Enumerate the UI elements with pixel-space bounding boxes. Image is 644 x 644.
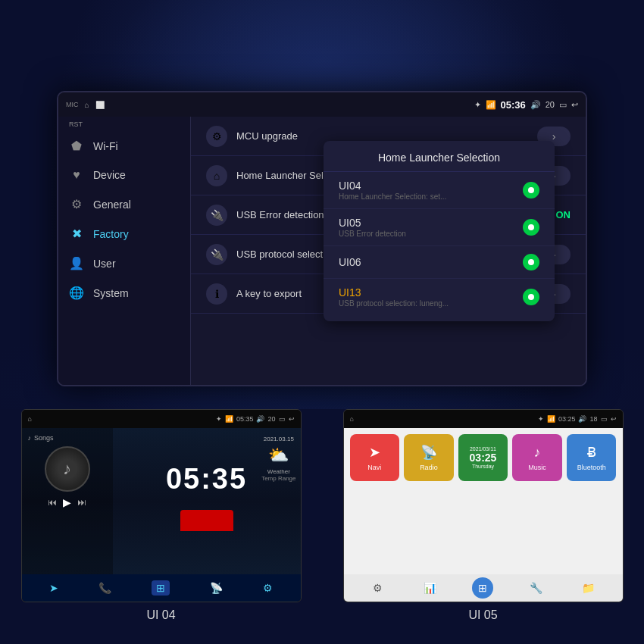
dialog-ui13-toggle[interactable] [523, 289, 539, 305]
launcher-icon: ⌂ [206, 165, 227, 186]
factory-icon: ✖ [69, 227, 84, 241]
clock-date: 2021/03/11 [470, 446, 496, 452]
sidebar-label-factory: Factory [93, 228, 129, 240]
music-label: Music [528, 464, 546, 471]
clock-day: Thursday [472, 464, 494, 469]
export-label: A key to export [236, 288, 302, 299]
sidebar-item-general[interactable]: ⚙ General [58, 189, 190, 219]
app-tile-bluetooth[interactable]: Ƀ Bluetooth [567, 434, 617, 481]
ui04-weather: 2021.03.15 ⛅ Weather Temp Range [261, 436, 295, 482]
nav-home-button[interactable]: ⊞ [152, 580, 170, 596]
sidebar-item-wifi[interactable]: ⬟ Wi-Fi [58, 131, 190, 161]
ui04-volume-icon: 🔊 [256, 415, 264, 423]
mcu-icon: ⚙ [206, 126, 227, 147]
clock-content: 2021/03/11 03:25 Thursday [470, 446, 497, 469]
dialog-ui05-sub: USB Error detection [339, 230, 406, 238]
sidebar-label-system: System [93, 287, 129, 299]
next-button[interactable]: ⏭ [77, 497, 86, 508]
wifi-icon: ⬟ [69, 139, 84, 153]
ui05-volume-icon: 🔊 [578, 415, 586, 423]
sidebar-item-factory[interactable]: ✖ Factory [58, 219, 190, 249]
dialog-item-ui04[interactable]: UI04 Home Launcher Selection: set... [324, 172, 555, 209]
ui04-bt-icon: ✦ [216, 415, 222, 423]
setting-row-export-left: ℹ A key to export [206, 283, 302, 305]
dialog-ui13-label: UI13 [339, 286, 449, 299]
ui05-wifi-icon: 📶 [547, 415, 555, 423]
status-time: 05:36 [501, 99, 526, 111]
usb-proto-icon: 🔌 [206, 244, 227, 265]
nav-settings-button[interactable]: ⚙ [263, 582, 273, 594]
ui04-screen: ⌂ ✦ 📶 05:35 🔊 20 ▭ ↩ ♪ Songs [21, 409, 302, 602]
user-icon: 👤 [69, 256, 84, 270]
ui05-nav-chart[interactable]: 📊 [420, 577, 441, 599]
screenshot-icon: ⬜ [95, 101, 105, 109]
app-tile-radio[interactable]: 📡 Radio [404, 434, 454, 481]
dialog-ui04-toggle[interactable] [523, 182, 539, 199]
home-icon: ⌂ [85, 101, 89, 109]
back-icon[interactable]: ↩ [571, 100, 578, 110]
ui05-back-icon[interactable]: ↩ [611, 415, 617, 423]
usb-err-icon: 🔌 [206, 205, 227, 226]
app-tile-clock[interactable]: 2021/03/11 03:25 Thursday [458, 434, 508, 481]
device-icon: ♥ [69, 168, 84, 182]
ui05-status-right: ✦ 📶 03:25 🔊 18 ▭ ↩ [538, 415, 617, 423]
export-icon: ℹ [206, 283, 227, 305]
ui04-status-right: ✦ 📶 05:35 🔊 20 ▭ ↩ [216, 415, 295, 423]
app-tile-navi[interactable]: ➤ Navi [350, 434, 400, 481]
weather-icon: ⛅ [261, 445, 295, 465]
music-art-icon: ♪ [63, 459, 71, 479]
prev-button[interactable]: ⏮ [48, 497, 57, 508]
ui04-status-bar: ⌂ ✦ 📶 05:35 🔊 20 ▭ ↩ [22, 410, 301, 428]
ui04-content: ♪ Songs ♪ ⏮ ▶ ⏭ 05:35 [22, 428, 301, 574]
radio-icon: 📡 [420, 444, 437, 461]
bluetooth-status-icon: ✦ [474, 100, 481, 110]
sidebar-label-user: User [93, 258, 116, 270]
app-tile-music[interactable]: ♪ Music [512, 434, 562, 481]
weather-range: Temp Range [261, 475, 295, 482]
nav-radio-button[interactable]: 📡 [210, 582, 223, 594]
ui04-battery-icon: ▭ [279, 415, 286, 423]
dialog-item-ui06[interactable]: UI06 [324, 246, 555, 279]
ui05-home-icon: ⌂ [350, 415, 354, 423]
dialog-ui06-toggle[interactable] [523, 254, 539, 270]
ui05-time: 03:25 [558, 415, 576, 423]
ui05-nav-settings[interactable]: ⚙ [367, 577, 388, 599]
ui05-nav-folder[interactable]: 📁 [578, 577, 599, 599]
dialog-ui05-label: UI05 [339, 217, 406, 229]
dialog-ui04-sub: Home Launcher Selection: set... [339, 192, 446, 201]
ui04-back-icon[interactable]: ↩ [289, 415, 295, 423]
ui04-weather-date: 2021.03.15 [261, 436, 295, 442]
nav-map-button[interactable]: ➤ [49, 582, 58, 594]
dialog-ui05-toggle[interactable] [523, 219, 539, 236]
ui04-wifi-icon: 📶 [225, 415, 233, 423]
music-controls: ⏮ ▶ ⏭ [28, 496, 107, 508]
ui04-label: UI 04 [146, 608, 175, 622]
bt-icon: Ƀ [587, 444, 596, 461]
ui04-clock-display: 05:35 [166, 463, 247, 496]
dialog-item-ui05[interactable]: UI05 USB Error detection [324, 209, 555, 246]
main-panel: ⚙ MCU upgrade › ⌂ Home Launcher Selectio… [191, 117, 586, 385]
sidebar-item-user[interactable]: 👤 User [58, 249, 190, 278]
dialog-ui05-text: UI05 USB Error detection [339, 217, 406, 238]
dialog-title: Home Launcher Selection [324, 141, 555, 172]
status-bar-left: MIC ⌂ ⬜ [66, 101, 105, 109]
dialog-item-ui13[interactable]: UI13 USB protocol selection: luneng... [324, 279, 555, 315]
ui04-music-panel: ♪ Songs ♪ ⏮ ▶ ⏭ [22, 428, 113, 574]
play-button[interactable]: ▶ [63, 496, 71, 508]
sidebar-label-wifi: Wi-Fi [93, 140, 118, 152]
ui04-status-left: ⌂ [28, 415, 32, 423]
ui05-nav-grid[interactable]: ⊞ [472, 577, 493, 599]
system-icon: 🌐 [69, 286, 84, 300]
dialog-ui13-text: UI13 USB protocol selection: luneng... [339, 286, 449, 308]
nav-phone-button[interactable]: 📞 [98, 582, 111, 594]
main-screen: MIC ⌂ ⬜ ✦ 📶 05:36 🔊 20 ▭ ↩ RST ⬟ Wi-Fi ♥… [57, 91, 587, 386]
general-icon: ⚙ [69, 197, 84, 211]
ui05-label: UI 05 [468, 608, 497, 622]
ui05-nav-gear[interactable]: 🔧 [525, 577, 546, 599]
sidebar-item-system[interactable]: 🌐 System [58, 278, 190, 308]
ui04-time: 05:35 [236, 415, 254, 423]
mic-label: MIC [66, 101, 79, 108]
sidebar-label-general: General [93, 199, 131, 211]
sidebar-item-device[interactable]: ♥ Device [58, 161, 190, 189]
dialog-ui04-text: UI04 Home Launcher Selection: set... [339, 180, 446, 201]
